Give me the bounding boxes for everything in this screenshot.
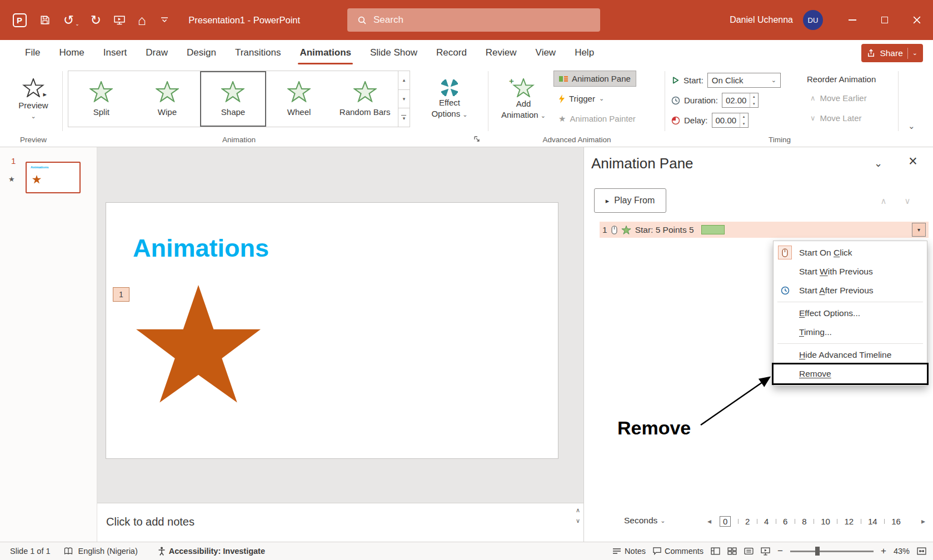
- animation-indicator-icon[interactable]: ★: [8, 175, 15, 183]
- avatar[interactable]: DU: [803, 10, 823, 30]
- search-box[interactable]: Search: [347, 8, 600, 32]
- tab-review[interactable]: Review: [476, 40, 526, 66]
- move-item-up-button[interactable]: ∧: [874, 192, 893, 211]
- normal-view-icon[interactable]: [711, 547, 720, 555]
- tab-animations[interactable]: Animations: [290, 40, 361, 66]
- add-animation-button[interactable]: + Add Animation ⌄: [496, 71, 551, 127]
- proofing-icon[interactable]: [64, 547, 73, 555]
- undo-button[interactable]: ↺⌄: [63, 14, 79, 27]
- duration-spinner[interactable]: 02.00 ▴▾: [722, 93, 759, 108]
- save-icon[interactable]: [38, 13, 52, 27]
- delay-clock-icon: [671, 116, 680, 125]
- move-later-button[interactable]: ∨ Move Later: [810, 113, 862, 123]
- item-dropdown-button[interactable]: ▾: [912, 223, 926, 237]
- menu-item-hide-advanced-timeline[interactable]: Hide Advanced Timeline: [774, 346, 927, 364]
- tab-record[interactable]: Record: [427, 40, 476, 66]
- language-selector[interactable]: English (Nigeria): [78, 547, 138, 556]
- slide-title-text[interactable]: Animations: [133, 234, 269, 263]
- customize-quick-access-icon[interactable]: [157, 13, 172, 27]
- animation-pane-button[interactable]: Animation Pane: [553, 71, 636, 87]
- gallery-more-button[interactable]: ▾: [398, 108, 410, 127]
- reading-view-icon[interactable]: [744, 547, 754, 555]
- comments-toggle[interactable]: Comments: [653, 547, 704, 556]
- spin-down-icon[interactable]: ▾: [750, 101, 758, 108]
- move-item-down-button[interactable]: ∨: [898, 192, 917, 211]
- powerpoint-logo-icon[interactable]: P: [12, 13, 27, 27]
- gallery-item-shape[interactable]: Shape: [200, 71, 266, 127]
- timeline-tick-4: 4: [764, 517, 769, 526]
- slide-canvas[interactable]: Animations 1: [106, 202, 558, 459]
- maximize-button[interactable]: [869, 0, 901, 40]
- timeline-tick-8: 8: [802, 517, 806, 526]
- scroll-up-icon[interactable]: ∧: [576, 507, 580, 514]
- tab-transitions[interactable]: Transitions: [226, 40, 291, 66]
- delay-spinner[interactable]: 00.00 ▴▾: [712, 113, 749, 128]
- slideshow-view-icon[interactable]: [761, 547, 770, 556]
- pane-close-icon[interactable]: ×: [909, 153, 917, 170]
- zoom-in-button[interactable]: +: [881, 546, 886, 557]
- gallery-item-random-bars[interactable]: Random Bars: [332, 71, 398, 127]
- slide-thumbnail[interactable]: Animations: [26, 162, 81, 193]
- preview-label: Preview: [18, 101, 48, 110]
- scroll-down-icon[interactable]: ∨: [576, 517, 580, 524]
- minimize-button[interactable]: [836, 0, 869, 40]
- star-shape[interactable]: [128, 285, 268, 404]
- timeline-scroll-right-button[interactable]: ▸: [921, 517, 925, 526]
- menu-item-effect-options[interactable]: Effect Options...: [774, 304, 927, 323]
- effect-options-button[interactable]: Effect Options ⌄: [421, 71, 478, 127]
- animation-painter-button[interactable]: ★ Animation Painter: [553, 111, 641, 127]
- animation-dialog-launcher[interactable]: [473, 134, 481, 142]
- gallery-item-wheel[interactable]: Wheel: [266, 71, 332, 127]
- play-from-button[interactable]: ▸ Play From: [594, 188, 666, 213]
- menu-item-start-on-click[interactable]: Start On Click: [774, 243, 927, 262]
- preview-button[interactable]: ▸ Preview ⌄: [8, 70, 59, 128]
- close-button[interactable]: [901, 0, 933, 40]
- tab-insert[interactable]: Insert: [94, 40, 137, 66]
- animation-list-item[interactable]: 1 Star: 5 Points 5 ▾: [600, 222, 929, 238]
- timeline-scroll-left-button[interactable]: ◂: [707, 517, 711, 526]
- seconds-dropdown[interactable]: Seconds ⌄: [624, 516, 666, 526]
- zoom-slider[interactable]: [790, 551, 874, 552]
- menu-item-start-with-previous[interactable]: Start With Previous: [774, 262, 927, 281]
- zoom-out-button[interactable]: −: [777, 546, 783, 557]
- slide-sorter-view-icon[interactable]: [727, 547, 737, 555]
- start-dropdown[interactable]: On Click ⌄: [707, 73, 781, 88]
- start-slideshow-icon[interactable]: [112, 13, 127, 27]
- animation-number-badge[interactable]: 1: [113, 287, 129, 302]
- spin-up-icon[interactable]: ▴: [750, 93, 758, 101]
- spin-down-icon[interactable]: ▾: [740, 121, 748, 128]
- fit-to-window-icon[interactable]: [917, 547, 926, 555]
- tab-file[interactable]: File: [16, 40, 49, 66]
- tab-view[interactable]: View: [526, 40, 566, 66]
- timeline-ticks: 0246810121416: [720, 514, 901, 528]
- gallery-scroll-down-button[interactable]: ▾: [398, 90, 410, 109]
- user-name[interactable]: Daniel Uchenna: [730, 15, 793, 25]
- gallery-item-split[interactable]: Split: [68, 71, 134, 127]
- pane-chevron-down-icon[interactable]: ⌄: [874, 157, 882, 169]
- menu-item-remove[interactable]: Remove: [774, 364, 927, 383]
- share-button[interactable]: Share ⌄: [861, 44, 923, 62]
- gallery-scroll-up-button[interactable]: ▴: [398, 71, 410, 90]
- collapse-ribbon-button[interactable]: ⌄: [908, 121, 915, 131]
- empty-icon-slot: [778, 306, 792, 320]
- tab-home[interactable]: Home: [49, 40, 93, 66]
- notes-pane[interactable]: Click to add notes ∧ ∨: [97, 503, 583, 542]
- spin-up-icon[interactable]: ▴: [740, 113, 748, 121]
- animation-gallery-items: SplitWipeShapeWheelRandom Bars: [68, 71, 398, 127]
- tab-draw[interactable]: Draw: [136, 40, 177, 66]
- accessibility-checker[interactable]: Accessibility: Investigate: [158, 547, 265, 556]
- home-icon[interactable]: ⌂: [138, 13, 146, 27]
- tab-slide-show[interactable]: Slide Show: [361, 40, 427, 66]
- zoom-level[interactable]: 43%: [894, 547, 910, 556]
- menu-item-timing[interactable]: Timing...: [774, 323, 927, 342]
- zoom-slider-handle[interactable]: [815, 547, 820, 556]
- redo-icon[interactable]: ↻: [91, 14, 101, 27]
- menu-item-start-after-previous[interactable]: Start After Previous: [774, 281, 927, 300]
- tab-design[interactable]: Design: [177, 40, 226, 66]
- gallery-item-wipe[interactable]: Wipe: [134, 71, 201, 127]
- tab-help[interactable]: Help: [565, 40, 603, 66]
- trigger-button[interactable]: Trigger ⌄: [553, 91, 609, 107]
- move-earlier-button[interactable]: ∧ Move Earlier: [810, 93, 867, 103]
- notes-toggle[interactable]: Notes: [612, 547, 646, 556]
- timeline-duration-bar[interactable]: [701, 225, 725, 234]
